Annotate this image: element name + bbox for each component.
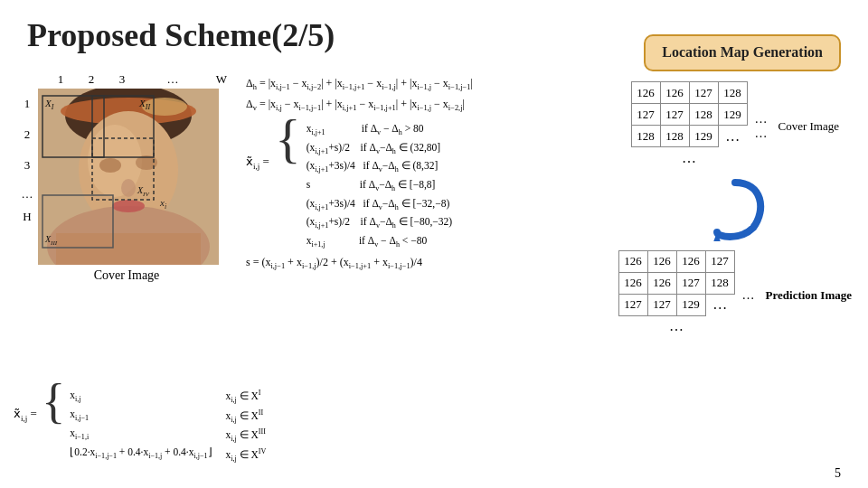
left-brace: { [275,124,301,154]
cell: 126 [660,82,689,104]
row-label-dots: … [18,181,36,208]
lena-image: XI XII XIV XIII xi [38,89,219,265]
bottom-case-3: xi−1,i [70,425,212,444]
prediction-image-label: Prediction Image [766,288,852,303]
page-number: 5 [835,466,841,481]
right-top-section: 126 126 127 128 127 127 128 129 128 128 … [618,81,852,341]
cell: 127 [660,104,689,126]
bottom-pixel-table: 126 126 126 127 126 126 127 128 127 127 … [618,250,735,338]
cell: 127 [676,272,705,294]
table-row: … [631,147,747,169]
cell: 129 [718,104,747,126]
bottom-case-4: ⌊0.2·xi−1,j−1 + 0.4·xi−1,j + 0.4·xi,j−1⌋ [70,444,212,463]
bottom-piecewise: xi,j xi,j−1 xi−1,i ⌊0.2·xi−1,j−1 + 0.4·x… [70,387,212,463]
cell: 126 [647,272,676,294]
bottom-table-row: 126 126 126 127 126 126 127 128 127 127 … [618,250,852,342]
cell: 129 [689,126,718,147]
table-row: 126 126 127 128 [631,82,747,104]
cell: 127 [689,82,718,104]
top-table-dots: … … [755,112,768,141]
location-badge: Location Map Generation [644,34,841,71]
s-formula: s = (xi,j−1 + xi−1,j)/2 + (xi−1,j+1 + xi… [246,256,571,270]
row-label-3: 3 [18,150,36,181]
row-dots: … [631,147,747,169]
case-4: s if Δv−Δh ∈ [−8,8] [307,176,452,195]
table-row: 126 126 127 128 [618,272,734,294]
col-header-3: 3 [107,72,137,87]
cell: 126 [676,250,705,272]
bottom-case-2: xi,j−1 [70,406,212,425]
delta-h-formula: Δh = |xi,j−1 − xi,j−2| + |xi−1,j+1 − xi−… [246,74,571,95]
formulas-section: Δh = |xi,j−1 − xi,j−2| + |xi−1,j+1 − xi−… [246,74,571,271]
col-header-dots: … [137,72,208,87]
case-5: (xi,j+1+3s)/4 if Δv−Δh ∈ [−32,−8) [307,195,452,214]
cover-image-label-right: Cover Image [778,119,840,134]
svg-point-9 [121,179,136,197]
svg-rect-11 [56,233,201,265]
cell: 128 [705,272,734,294]
cell: 127 [647,294,676,315]
col-header-w: W [208,72,235,87]
row-dots: … [618,315,734,337]
cell: 126 [618,250,647,272]
grid-body: 1 2 3 … H [18,89,235,265]
xtilde-bottom-label: x̃i,j = [14,407,37,423]
cell-dots: … [705,294,734,315]
cell: 128 [689,104,718,126]
cover-label: Cover Image [18,268,235,283]
piecewise-cases: xi,j+1 if Δv − Δh > 80 (xi,j+1+s)/2 if Δ… [307,120,452,250]
piecewise-formula: x̃i,j = { xi,j+1 if Δv − Δh > 80 (xi,j+1… [246,120,571,250]
cover-image-section: 1 2 3 … W 1 2 3 … H [18,72,235,283]
row-labels: 1 2 3 … H [18,89,36,265]
bottom-cond-1: xi,j ∈ XI [226,387,267,407]
case-7: xi+1,j if Δv − Δh < −80 [307,232,452,251]
bottom-left-brace: { [42,389,65,415]
col-header-1: 1 [45,72,76,87]
grid-header-row: 1 2 3 … W [45,72,235,87]
bottom-formula-section: x̃i,j = { xi,j xi,j−1 xi−1,i ⌊0.2·xi−1,j… [14,387,547,465]
cell: 126 [618,272,647,294]
table-row: … [618,315,734,337]
row-label-2: 2 [18,119,36,150]
cell: 127 [618,294,647,315]
arrow-section [699,178,771,245]
col-header-2: 2 [76,72,107,87]
case-1: xi,j+1 if Δv − Δh > 80 [307,120,452,139]
top-pixel-table: 126 126 127 128 127 127 128 129 128 128 … [631,81,748,169]
bottom-cond-4: xi,j ∈ XIV [226,446,267,465]
case-2: (xi,j+1+s)/2 if Δv−Δh ∈ (32,80] [307,139,452,158]
bottom-case-1: xi,j [70,387,212,406]
bottom-cond-3: xi,j ∈ XIII [226,426,267,446]
bottom-cond-2: xi,j ∈ XII [226,407,267,427]
cell: 126 [647,250,676,272]
cell: 128 [631,126,660,147]
case-3: (xi,j+1+3s)/4 if Δv−Δh ∈ (8,32] [307,157,452,176]
top-table-row: 126 126 127 128 127 127 128 129 128 128 … [631,81,840,173]
table-row: 128 128 129 … [631,126,747,147]
cell: 127 [705,250,734,272]
x-tilde-label: x̃i,j = [246,155,269,171]
svg-point-7 [99,158,121,173]
svg-point-10 [112,200,145,212]
cell: 129 [676,294,705,315]
cell: 126 [631,82,660,104]
cell: 128 [718,82,747,104]
page-title: Proposed Scheme(2/5) [27,16,335,54]
table-row: 126 126 126 127 [618,250,734,272]
row-label-1: 1 [18,89,36,119]
row-label-h: H [18,208,36,226]
cell: 128 [660,126,689,147]
bottom-table-dots: … [742,288,755,303]
table-row: 127 127 129 … [618,294,734,315]
table-row: 127 127 128 129 [631,104,747,126]
bottom-conditions: xi,j ∈ XI xi,j ∈ XII xi,j ∈ XIII xi,j ∈ … [226,387,267,465]
cover-image-container: XI XII XIV XIII xi [38,89,219,265]
case-6: (xi,j+1+s)/2 if Δv−Δh ∈ [−80,−32) [307,213,452,232]
curved-arrow [699,178,771,241]
cell-dots: … [718,126,747,147]
cell: 127 [631,104,660,126]
